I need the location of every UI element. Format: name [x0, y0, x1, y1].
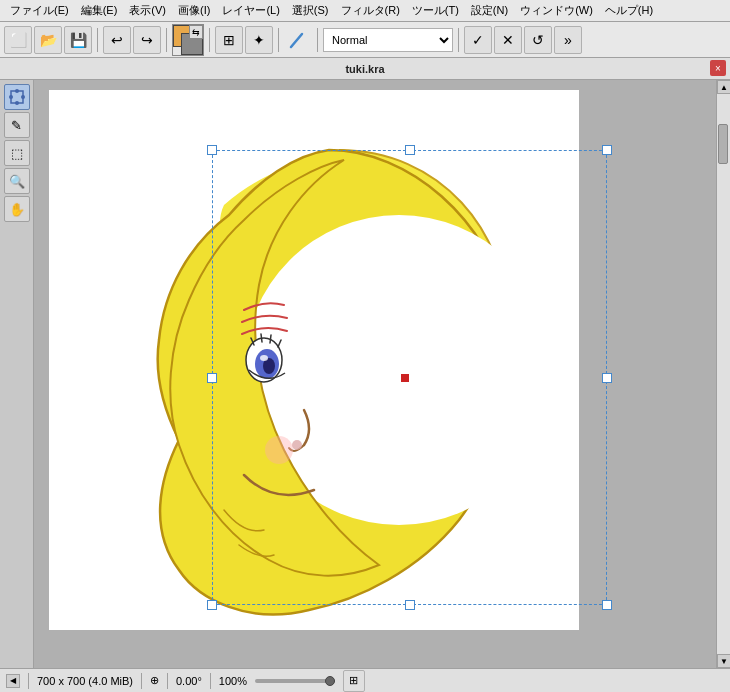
blend-mode-select[interactable]: Normal Multiply Screen Overlay — [323, 28, 453, 52]
handle-top-right[interactable] — [602, 145, 612, 155]
handle-bottom-center[interactable] — [405, 600, 415, 610]
paint-brush-button[interactable]: ✎ — [4, 112, 30, 138]
separator-2 — [166, 28, 167, 52]
handle-middle-left[interactable] — [207, 373, 217, 383]
menu-file[interactable]: ファイル(E) — [4, 1, 75, 20]
x-button[interactable]: ✕ — [494, 26, 522, 54]
save-button[interactable]: 💾 — [64, 26, 92, 54]
scroll-thumb[interactable] — [718, 124, 728, 164]
menu-image[interactable]: 画像(I) — [172, 1, 216, 20]
scroll-down-button[interactable]: ▼ — [717, 654, 730, 668]
menu-bar: ファイル(E) 編集(E) 表示(V) 画像(I) レイヤー(L) 選択(S) … — [0, 0, 730, 22]
separator-5 — [317, 28, 318, 52]
menu-window[interactable]: ウィンドウ(W) — [514, 1, 599, 20]
separator-1 — [97, 28, 98, 52]
new-document-button[interactable]: ⬜ — [4, 26, 32, 54]
canvas-white — [49, 90, 579, 630]
menu-help[interactable]: ヘルプ(H) — [599, 1, 659, 20]
scroll-up-button[interactable]: ▲ — [717, 80, 730, 94]
svg-point-3 — [15, 89, 19, 93]
swap-colors-button[interactable]: ⇆ — [189, 25, 203, 39]
zoom-percent-label: 100% — [219, 675, 247, 687]
zoom-slider[interactable] — [255, 679, 335, 683]
separator-status-4 — [210, 673, 211, 689]
zoom-button[interactable]: 🔍 — [4, 168, 30, 194]
svg-point-11 — [260, 355, 268, 361]
menu-settings[interactable]: 設定(N) — [465, 1, 514, 20]
moon-drawing — [49, 90, 579, 630]
status-bar: ◀ 700 x 700 (4.0 MiB) ⊕ 0.00° 100% ⊞ — [0, 668, 730, 692]
open-button[interactable]: 📂 — [34, 26, 62, 54]
separator-status-1 — [28, 673, 29, 689]
redo-button[interactable]: ↪ — [133, 26, 161, 54]
extra-tool-2[interactable]: ✦ — [245, 26, 273, 54]
selection-rect-button[interactable]: ⬚ — [4, 140, 30, 166]
separator-status-2 — [141, 673, 142, 689]
checkmark-button[interactable]: ✓ — [464, 26, 492, 54]
handle-bottom-right[interactable] — [602, 600, 612, 610]
transform-tool-button[interactable] — [4, 84, 30, 110]
svg-point-12 — [265, 436, 293, 464]
left-toolbar: ✎ ⬚ 🔍 ✋ — [0, 80, 34, 668]
color-swatch[interactable]: ⇆ — [172, 24, 204, 56]
status-left-button[interactable]: ◀ — [6, 674, 20, 688]
menu-tools[interactable]: ツール(T) — [406, 1, 465, 20]
grid-button[interactable]: ⊞ — [343, 670, 365, 692]
separator-4 — [278, 28, 279, 52]
separator-6 — [458, 28, 459, 52]
handle-top-left[interactable] — [207, 145, 217, 155]
extra-tool-1[interactable]: ⊞ — [215, 26, 243, 54]
refresh-button[interactable]: ↺ — [524, 26, 552, 54]
menu-layer[interactable]: レイヤー(L) — [216, 1, 285, 20]
title-bar: tuki.kra × — [0, 58, 730, 80]
pan-button[interactable]: ✋ — [4, 196, 30, 222]
separator-status-3 — [167, 673, 168, 689]
main-area: ✎ ⬚ 🔍 ✋ — [0, 80, 730, 668]
close-button[interactable]: × — [710, 60, 726, 76]
svg-point-6 — [15, 101, 19, 105]
menu-filter[interactable]: フィルタ(R) — [335, 1, 406, 20]
undo-button[interactable]: ↩ — [103, 26, 131, 54]
toolbar: ⬜ 📂 💾 ↩ ↪ ⇆ ⊞ ✦ Normal Multiply Screen O… — [0, 22, 730, 58]
menu-edit[interactable]: 編集(E) — [75, 1, 124, 20]
zoom-slider-thumb[interactable] — [325, 676, 335, 686]
rotation-label: 0.00° — [176, 675, 202, 687]
svg-point-13 — [292, 440, 302, 450]
canvas-container[interactable] — [34, 80, 716, 668]
handle-middle-right[interactable] — [602, 373, 612, 383]
more-button[interactable]: » — [554, 26, 582, 54]
canvas-size-label: 700 x 700 (4.0 MiB) — [37, 675, 133, 687]
scroll-track[interactable] — [717, 94, 730, 654]
handle-bottom-left[interactable] — [207, 600, 217, 610]
transform-origin-marker[interactable] — [401, 374, 409, 382]
svg-point-5 — [21, 95, 25, 99]
scrollbar-right: ▲ ▼ — [716, 80, 730, 668]
handle-top-center[interactable] — [405, 145, 415, 155]
document-title: tuki.kra — [345, 63, 384, 75]
menu-select[interactable]: 選択(S) — [286, 1, 335, 20]
separator-3 — [209, 28, 210, 52]
svg-point-4 — [9, 95, 13, 99]
svg-line-0 — [291, 34, 302, 47]
zoom-fit-icon: ⊕ — [150, 674, 159, 687]
brush-icon — [284, 26, 312, 54]
menu-view[interactable]: 表示(V) — [123, 1, 172, 20]
